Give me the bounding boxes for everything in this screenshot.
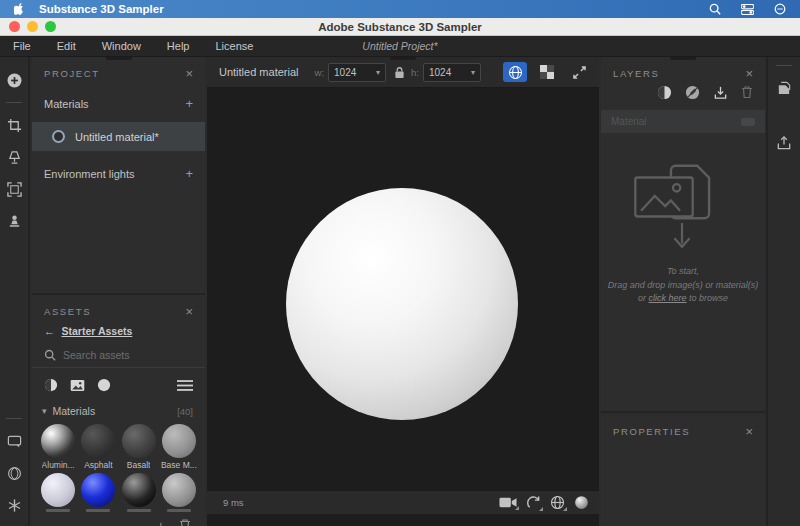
project-close-icon[interactable]: × [185, 69, 193, 79]
chevron-down-icon: ▾ [376, 68, 380, 77]
asset-label-clipped [46, 509, 70, 512]
layers-panel-title: LAYERS [613, 68, 659, 79]
apple-menu-icon[interactable] [14, 3, 25, 16]
asset-item[interactable] [121, 473, 157, 512]
lock-ratio-icon[interactable] [394, 66, 405, 79]
asset-search-input[interactable] [63, 349, 173, 361]
panel-handle[interactable] [670, 57, 696, 60]
panel-handle[interactable] [106, 57, 132, 60]
frame-tool-icon[interactable] [3, 178, 25, 200]
asset-label: Basalt [127, 460, 151, 470]
width-select[interactable]: 1024 ▾ [328, 63, 386, 82]
materials-group-label: Materials [53, 405, 96, 417]
add-asset-button[interactable]: + [157, 518, 165, 526]
toolbar-divider [6, 102, 22, 103]
asset-label-clipped [127, 509, 151, 512]
window-title: Adobe Substance 3D Sampler [0, 21, 800, 33]
assets-close-icon[interactable]: × [185, 307, 193, 317]
asset-item[interactable]: Alumin... [40, 424, 76, 470]
resources-icon[interactable] [3, 462, 25, 484]
list-view-icon[interactable] [177, 379, 193, 392]
starter-assets-back-link[interactable]: ← Starter Assets [32, 321, 205, 343]
mac-search-icon[interactable] [709, 3, 721, 15]
asset-sphere-thumbnail [81, 473, 115, 507]
mac-menubar: Substance 3D Sampler [0, 0, 800, 18]
mac-control-center-icon[interactable] [741, 4, 754, 15]
back-arrow-icon: ← [44, 325, 55, 337]
materials-section-header[interactable]: Materials + [32, 87, 205, 120]
mac-siri-icon[interactable] [774, 3, 786, 15]
add-material-layer-icon[interactable] [657, 85, 672, 100]
plugins-icon[interactable] [3, 494, 25, 516]
material-preview-sphere[interactable] [286, 188, 518, 420]
add-environment-light-button[interactable]: + [185, 166, 193, 181]
asset-sphere-thumbnail [122, 473, 156, 507]
material-sphere-icon [52, 130, 65, 143]
asset-sphere-thumbnail [41, 473, 75, 507]
asset-item[interactable]: Basalt [121, 424, 157, 470]
width-label: w: [315, 67, 325, 78]
height-select[interactable]: 1024 ▾ [423, 63, 481, 82]
asset-label-clipped [86, 509, 110, 512]
share-icon[interactable] [773, 77, 795, 99]
layers-close-icon[interactable]: × [745, 69, 753, 79]
material-item-label: Untitled material* [75, 131, 159, 143]
display-mode-icon[interactable] [574, 495, 589, 510]
export-icon[interactable] [773, 132, 795, 154]
left-toolbar [0, 57, 30, 526]
materials-group-header[interactable]: ▾ Materials [40] [32, 398, 205, 421]
dropzone-line1: To start, [608, 265, 759, 279]
dropzone-hint-text: To start, Drag and drop image(s) or mate… [608, 265, 759, 306]
layers-dropzone[interactable]: To start, Drag and drop image(s) or mate… [601, 161, 765, 306]
stamp-tool-icon[interactable] [3, 210, 25, 232]
project-title: Untitled Project* [0, 40, 800, 52]
assets-panel-title: ASSETS [44, 306, 91, 317]
view-2d-button[interactable] [535, 62, 559, 82]
asset-sphere-thumbnail [162, 424, 196, 458]
view-3d-button[interactable] [503, 62, 527, 82]
viewport-material-name: Untitled material [219, 66, 298, 78]
properties-panel: PROPERTIES × [601, 415, 765, 526]
filter-images-icon[interactable] [70, 379, 85, 392]
project-panel: PROJECT × Materials + Untitled material*… [32, 57, 205, 295]
mac-active-app-name: Substance 3D Sampler [39, 3, 164, 15]
add-material-icon[interactable] [3, 69, 25, 91]
import-layer-icon[interactable] [713, 85, 728, 100]
height-value: 1024 [429, 67, 451, 78]
viewport-3d[interactable]: Untitled material w: 1024 ▾ h: 1024 ▾ [207, 57, 599, 526]
fullscreen-button[interactable] [567, 62, 591, 82]
asset-item[interactable] [80, 473, 116, 512]
click-here-link[interactable]: click here [648, 293, 686, 303]
filter-environments-icon[interactable] [97, 378, 111, 392]
asset-item[interactable] [40, 473, 76, 512]
delete-asset-icon[interactable] [179, 518, 191, 526]
crop-tool-icon[interactable] [3, 114, 25, 136]
edit-layer-disabled-icon[interactable] [685, 85, 700, 100]
chevron-down-icon: ▾ [471, 68, 475, 77]
add-material-button[interactable]: + [185, 96, 193, 111]
light-tool-icon[interactable] [3, 146, 25, 168]
width-value: 1024 [334, 67, 356, 78]
asset-item[interactable]: Asphalt [80, 424, 116, 470]
delete-layer-icon[interactable] [741, 85, 753, 100]
materials-group-count: [40] [177, 406, 193, 417]
layer-placeholder-label: Material [611, 116, 647, 127]
toolbar-divider [776, 65, 792, 66]
material-list-item-selected[interactable]: Untitled material* [32, 122, 205, 151]
asset-search-box[interactable] [32, 343, 205, 368]
asset-label: Asphalt [84, 460, 112, 470]
feedback-icon[interactable] [3, 430, 25, 452]
filter-materials-icon[interactable] [44, 378, 58, 392]
camera-options-icon[interactable] [499, 496, 517, 509]
environment-lights-label: Environment lights [44, 168, 135, 180]
environment-icon[interactable] [550, 495, 565, 510]
asset-label-clipped [167, 509, 191, 512]
asset-item[interactable] [161, 473, 197, 512]
environment-lights-section-header[interactable]: Environment lights + [32, 157, 205, 190]
image-outline-icon [633, 175, 695, 219]
turntable-icon[interactable] [526, 495, 541, 510]
panel-handle[interactable] [390, 57, 416, 60]
asset-item[interactable]: Base M... [161, 424, 197, 470]
search-icon [44, 349, 56, 361]
properties-close-icon[interactable]: × [745, 427, 753, 437]
